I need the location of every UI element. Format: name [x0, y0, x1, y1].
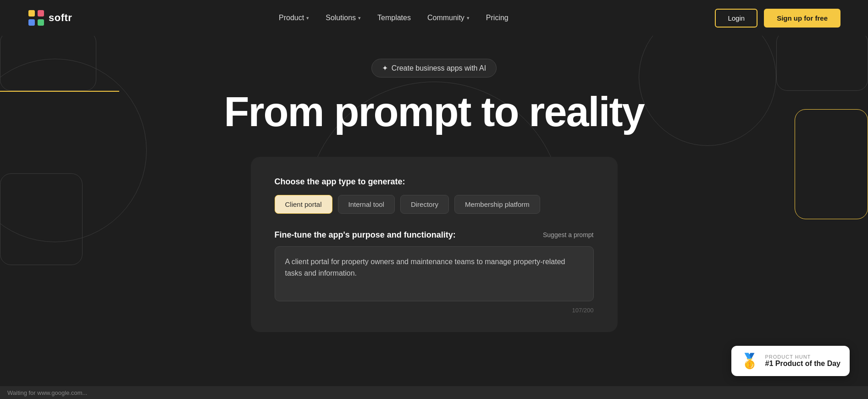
nav-item-pricing[interactable]: Pricing [486, 14, 509, 22]
logo[interactable]: softr [28, 9, 72, 27]
purpose-header: Fine-tune the app's purpose and function… [275, 230, 594, 240]
chevron-down-icon: ▾ [467, 15, 470, 21]
nav-links: Product ▾ Solutions ▾ Templates Communit… [279, 14, 509, 22]
svg-rect-0 [28, 10, 35, 17]
svg-rect-3 [38, 19, 44, 26]
nav-item-product[interactable]: Product ▾ [279, 14, 309, 22]
app-type-label: Choose the app type to generate: [275, 177, 594, 187]
deco-rect-midleft [0, 173, 83, 265]
ai-badge[interactable]: ✦ Create business apps with AI [371, 59, 497, 78]
deco-circle-left [0, 59, 147, 242]
status-bar: Waiting for www.google.com... [0, 386, 868, 399]
purpose-textarea[interactable] [275, 246, 594, 301]
app-type-directory[interactable]: Directory [400, 195, 449, 214]
product-hunt-badge[interactable]: 🥇 PRODUCT HUNT #1 Product of the Day [731, 346, 850, 376]
yellow-line-left [0, 91, 119, 92]
app-type-client-portal[interactable]: Client portal [275, 195, 332, 214]
deco-arc-topright [639, 36, 776, 146]
suggest-prompt-link[interactable]: Suggest a prompt [543, 231, 594, 238]
app-type-internal-tool[interactable]: Internal tool [338, 195, 395, 214]
deco-rect-midright [795, 109, 868, 219]
svg-rect-2 [28, 19, 35, 26]
app-generator-card: Choose the app type to generate: Client … [251, 157, 618, 332]
svg-rect-1 [38, 10, 44, 17]
hero-section: ✦ Create business apps with AI From prom… [0, 36, 868, 332]
navigation: softr Product ▾ Solutions ▾ Templates Co… [0, 0, 868, 36]
nav-item-community[interactable]: Community ▾ [427, 14, 470, 22]
nav-actions: Login Sign up for free [715, 9, 840, 28]
ph-label: PRODUCT HUNT [765, 354, 840, 360]
hero-heading: From prompt to reality [224, 90, 644, 134]
deco-rect-topleft [0, 36, 96, 91]
login-button[interactable]: Login [715, 9, 757, 28]
nav-item-templates[interactable]: Templates [377, 14, 411, 22]
medal-icon: 🥇 [741, 352, 759, 370]
deco-rect-topright [776, 36, 868, 91]
logo-text: softr [49, 12, 72, 24]
ph-text: PRODUCT HUNT #1 Product of the Day [765, 354, 840, 368]
logo-icon [28, 9, 45, 27]
ph-title: #1 Product of the Day [765, 360, 840, 368]
chevron-down-icon: ▾ [306, 15, 309, 21]
app-type-membership-platform[interactable]: Membership platform [454, 195, 540, 214]
purpose-label: Fine-tune the app's purpose and function… [275, 230, 456, 240]
char-count: 107/200 [275, 307, 594, 314]
sparkle-icon: ✦ [382, 64, 388, 72]
app-type-buttons: Client portal Internal tool Directory Me… [275, 195, 594, 214]
nav-item-solutions[interactable]: Solutions ▾ [326, 14, 361, 22]
signup-button[interactable]: Sign up for free [764, 9, 840, 28]
chevron-down-icon: ▾ [358, 15, 361, 21]
